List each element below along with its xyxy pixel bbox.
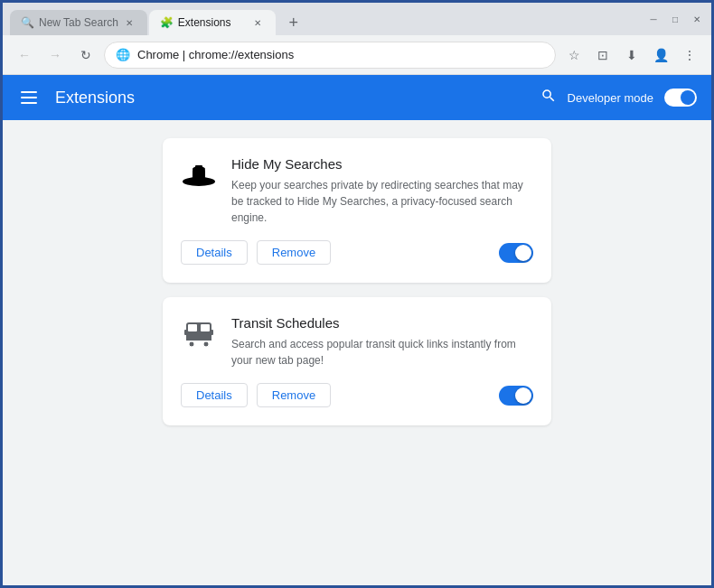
browser-window: 🔍 New Tab Search ✕ 🧩 Extensions ✕ + ─ □ (3, 3, 711, 585)
new-tab-button[interactable]: + (281, 10, 306, 35)
extension-icon-hide-my-searches (181, 156, 217, 192)
extension-name-2: Transit Schedules (231, 315, 533, 331)
svg-rect-7 (195, 165, 202, 170)
extension-icon-transit-schedules (181, 315, 217, 351)
maximize-button[interactable]: □ (668, 12, 682, 26)
tab-extensions[interactable]: 🧩 Extensions ✕ (149, 10, 276, 35)
extensions-search-button[interactable] (540, 88, 557, 108)
tab-extensions-title: Extensions (178, 16, 247, 29)
svg-point-12 (189, 341, 194, 347)
tab-extensions-icon: 🧩 (160, 16, 173, 29)
forward-button[interactable]: → (42, 42, 68, 68)
extensions-page-title: Extensions (55, 89, 135, 107)
tab-new-tab-title: New Tab Search (39, 16, 118, 29)
developer-mode-label: Developer mode (568, 91, 653, 105)
reload-button[interactable]: ↻ (73, 42, 99, 68)
extension-info-1: Hide My Searches Keep your searches priv… (231, 156, 533, 226)
title-bar: 🔍 New Tab Search ✕ 🧩 Extensions ✕ + ─ □ (3, 3, 711, 35)
extension-remove-button-1[interactable]: Remove (257, 240, 331, 265)
svg-point-13 (203, 341, 209, 347)
download-icon[interactable]: ⬇ (619, 42, 644, 68)
extensions-header-left: Extensions (17, 88, 135, 107)
developer-mode-toggle[interactable] (664, 89, 697, 107)
globe-icon: 🌐 (116, 48, 130, 61)
extension-toggle-1[interactable] (499, 243, 533, 263)
minimize-button[interactable]: ─ (646, 12, 661, 26)
extension-remove-button-2[interactable]: Remove (257, 383, 331, 407)
tab-close-new-tab[interactable]: ✕ (122, 15, 136, 30)
browser-menu-icon[interactable]: ⋮ (677, 42, 702, 68)
extension-card-transit-schedules: Transit Schedules Search and access popu… (163, 297, 551, 425)
hamburger-menu[interactable] (17, 88, 41, 107)
address-bar[interactable]: 🌐 Chrome | chrome://extensions (104, 42, 556, 69)
browser-toolbar: ← → ↻ 🌐 Chrome | chrome://extensions ☆ ⊡… (3, 35, 711, 75)
hamburger-line-1 (21, 91, 37, 93)
window-controls: ─ □ ✕ (646, 12, 704, 26)
extension-card-top-1: Hide My Searches Keep your searches priv… (181, 156, 533, 226)
tab-close-extensions[interactable]: ✕ (250, 15, 265, 30)
address-separator: | (179, 48, 189, 61)
extension-info-2: Transit Schedules Search and access popu… (231, 315, 533, 369)
tab-new-tab-search[interactable]: 🔍 New Tab Search ✕ (10, 10, 147, 35)
address-path: chrome://extensions (189, 48, 294, 61)
tabs-area: 🔍 New Tab Search ✕ 🧩 Extensions ✕ + (10, 3, 639, 35)
extensions-header: Extensions Developer mode (3, 75, 711, 120)
profile-icon[interactable]: 👤 (648, 42, 673, 68)
extension-card-bottom-2: Details Remove (181, 383, 533, 407)
extension-name-1: Hide My Searches (231, 156, 533, 172)
address-text: Chrome | chrome://extensions (137, 48, 294, 61)
extensions-header-right: Developer mode (540, 88, 697, 108)
new-tab-icon: + (289, 14, 299, 33)
extensions-content: RISC.COM Hide My Searches Keep your sear… (3, 120, 711, 585)
bookmark-icon[interactable]: ☆ (561, 42, 587, 68)
extension-details-button-1[interactable]: Details (181, 240, 248, 265)
close-button[interactable]: ✕ (690, 12, 704, 26)
extension-card-top-2: Transit Schedules Search and access popu… (181, 315, 533, 369)
svg-rect-11 (186, 337, 211, 341)
address-protocol: Chrome (137, 48, 179, 61)
toolbar-icons: ☆ ⊡ ⬇ 👤 ⋮ (561, 42, 702, 68)
extension-desc-2: Search and access popular transit quick … (231, 336, 533, 369)
svg-rect-9 (188, 324, 197, 331)
extension-card-bottom-1: Details Remove (181, 240, 533, 265)
svg-rect-10 (201, 324, 210, 331)
tab-search-icon: 🔍 (21, 16, 33, 29)
extension-toggle-2[interactable] (499, 386, 533, 406)
back-button[interactable]: ← (12, 42, 37, 68)
cast-icon[interactable]: ⊡ (590, 42, 615, 68)
extension-card-hide-my-searches: Hide My Searches Keep your searches priv… (163, 138, 551, 283)
hamburger-line-2 (21, 97, 37, 98)
extension-desc-1: Keep your searches private by redirectin… (231, 177, 533, 226)
svg-rect-15 (211, 330, 213, 335)
extension-details-button-2[interactable]: Details (181, 383, 248, 407)
svg-rect-14 (184, 330, 187, 335)
hamburger-line-3 (21, 102, 37, 104)
